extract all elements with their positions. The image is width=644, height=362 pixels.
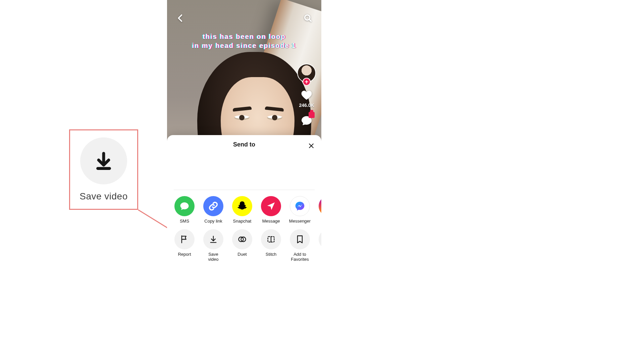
action-label: Add to Favorites (289, 252, 311, 262)
live-icon (319, 229, 321, 249)
close-button[interactable] (306, 140, 317, 151)
action-save-video[interactable]: Save video (203, 229, 224, 262)
svg-line-2 (309, 19, 311, 21)
top-bar (167, 11, 321, 25)
bookmark-icon (290, 229, 310, 249)
share-label: Snapchat (233, 219, 252, 224)
action-label: Save video (203, 252, 224, 262)
messenger-icon (290, 196, 310, 216)
stitch-icon (261, 229, 281, 249)
svg-point-4 (306, 120, 307, 121)
duet-icon (232, 229, 252, 249)
share-actions-row: Report Save video Duet Stitch (167, 229, 321, 267)
share-label: Copy link (204, 219, 222, 224)
action-label: Stitch (266, 252, 277, 257)
share-label: SMS (180, 219, 189, 224)
action-report[interactable]: Report (174, 229, 195, 262)
close-icon (308, 142, 315, 149)
tiktok-video-screen: this has been on loop in my head since e… (167, 0, 321, 275)
share-snapchat[interactable]: Snapchat (231, 196, 253, 224)
back-button[interactable] (174, 11, 187, 25)
profile-avatar[interactable]: + (297, 64, 316, 82)
share-messenger[interactable]: Messenger (289, 196, 311, 224)
share-instagram[interactable]: Ins (318, 196, 321, 224)
share-message[interactable]: Message (260, 196, 282, 224)
callout-save-video: Save video (69, 129, 138, 210)
download-icon (203, 229, 223, 249)
share-sms[interactable]: SMS (174, 196, 195, 224)
share-label: Messenger (289, 219, 311, 224)
sms-icon (174, 196, 195, 216)
like-button[interactable]: 246.0K (299, 89, 314, 108)
svg-point-3 (304, 120, 305, 121)
action-duet[interactable]: Duet (231, 229, 253, 262)
share-sheet-title: Send to (233, 141, 255, 148)
share-copy-link[interactable]: Copy link (203, 196, 224, 224)
svg-point-5 (308, 120, 309, 121)
like-count: 246.0K (299, 103, 314, 108)
share-services-row: SMS Copy link Snapchat Message (167, 196, 321, 229)
action-add-favorites[interactable]: Add to Favorites (289, 229, 311, 262)
download-icon (80, 137, 127, 184)
send-icon (261, 196, 281, 216)
action-rail: + 246.0K (296, 64, 317, 127)
action-live[interactable]: Live (318, 229, 321, 262)
flag-icon (174, 229, 195, 249)
action-label: Report (178, 252, 191, 257)
sheet-divider (174, 190, 315, 190)
search-button[interactable] (301, 11, 315, 25)
action-label: Duet (237, 252, 247, 257)
comment-button[interactable] (301, 115, 313, 127)
instagram-icon (319, 196, 321, 216)
action-stitch[interactable]: Stitch (260, 229, 282, 262)
link-icon (203, 196, 223, 216)
share-label: Message (262, 219, 280, 224)
video-caption: this has been on loop in my head since e… (167, 32, 321, 50)
share-sheet-header: Send to (167, 141, 321, 185)
callout-label: Save video (79, 191, 128, 202)
share-sheet: Send to SMS Copy link (167, 135, 321, 275)
heart-icon (301, 89, 313, 101)
snapchat-icon (232, 196, 252, 216)
follow-plus-icon[interactable]: + (303, 78, 311, 86)
gift-badge-icon (309, 112, 315, 118)
